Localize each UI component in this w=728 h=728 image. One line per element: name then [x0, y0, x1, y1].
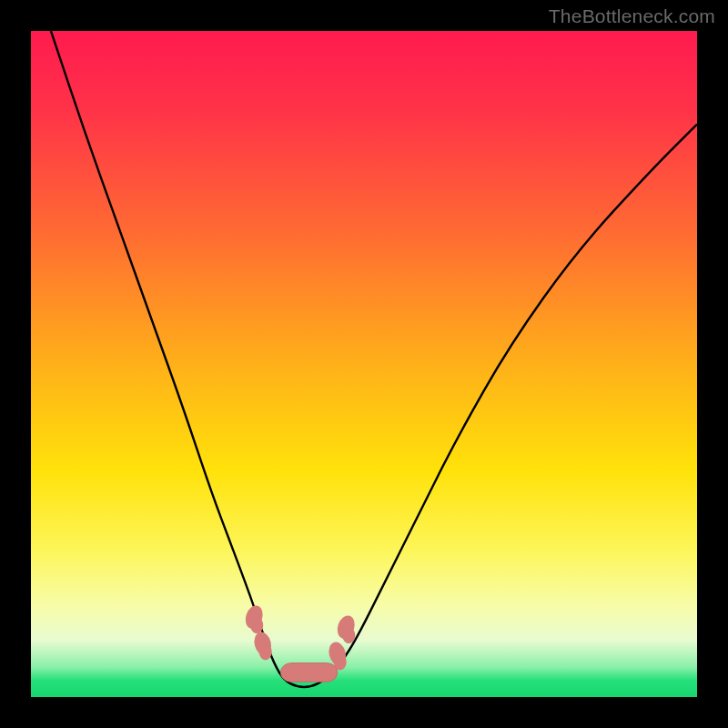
marker-bar	[281, 663, 338, 682]
marker-group	[243, 603, 358, 682]
marker-blob	[252, 631, 274, 661]
svg-point-4	[259, 643, 272, 660]
svg-point-6	[334, 653, 347, 670]
marker-blob	[335, 613, 358, 643]
bottleneck-curve	[51, 31, 697, 687]
svg-point-2	[250, 617, 263, 633]
plot-area	[31, 31, 697, 697]
marker-blob	[243, 603, 266, 633]
curve-layer	[31, 31, 697, 697]
outer-frame: TheBottleneck.com	[0, 0, 728, 728]
svg-point-8	[342, 627, 355, 643]
watermark-text: TheBottleneck.com	[549, 5, 715, 27]
